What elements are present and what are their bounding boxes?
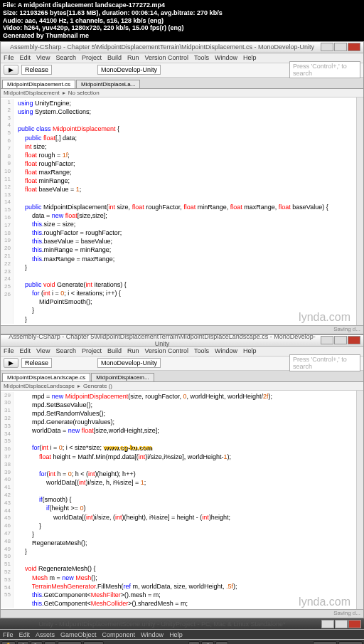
minimize-button[interactable] [321,620,334,628]
code-content-2[interactable]: mpd = new MidpointDisplacement(size, rou… [14,392,356,608]
lynda-watermark: lynda.com [299,310,350,325]
code-content-1[interactable]: using UnityEngine; using System.Collecti… [14,99,356,324]
titlebar-2[interactable]: Assembly-CSharp - Chapter 5\MidpointDisp… [1,335,363,347]
menu-search[interactable]: Search [55,54,76,61]
rotate-tool[interactable]: ↻ [31,641,43,644]
maximize-button[interactable] [334,336,347,344]
menu-file[interactable]: File [4,54,14,61]
tabbar-2: MidpointDisplaceLandscape.cs MidpointDis… [1,371,363,382]
breadcrumb-2[interactable]: MidpointDisplaceLandscape▸Generate () [1,382,363,391]
line-gutter: 2930313233343536373839404142434445464748… [1,392,14,608]
dock-right[interactable] [356,97,363,325]
local-toggle[interactable]: Local [83,641,104,644]
hand-tool[interactable]: ✋ [1,641,16,644]
maximize-button[interactable] [335,620,348,628]
toolbar-1: ▶ Release MonoDevelop-Unity Press 'Contr… [1,63,363,78]
tab-active[interactable]: MidpointDisplacement.cs [2,80,75,88]
menu-tools[interactable]: Tools [194,54,209,61]
config-dropdown[interactable]: Release [21,65,52,75]
line-gutter: 1234567891011121314151617181920212223242… [1,99,14,324]
layout-dropdown[interactable]: Layout [338,641,363,644]
move-tool[interactable]: ✥ [17,641,29,644]
menu-view[interactable]: View [36,54,50,61]
run-button[interactable]: ▶ [4,358,18,368]
menu-vc[interactable]: Version Control [144,54,188,61]
unity-titlebar[interactable]: Unity - MidpointDisplacementScene.unity … [0,618,364,630]
minimize-button[interactable] [321,336,333,344]
monodevelop-window-1: Assembly-CSharp - Chapter 5\MidpointDisp… [0,41,364,334]
menu-run[interactable]: Run [127,54,139,61]
pause-button[interactable]: ⏸ [201,641,214,644]
center-toggle[interactable]: Center [58,641,82,644]
tab-inactive[interactable]: MidpointDisplacem... [91,373,154,381]
monodevelop-window-2: Assembly-CSharp - Chapter 5\MidpointDisp… [0,334,364,619]
search-input[interactable]: Press 'Control+,' to search [289,354,360,371]
breadcrumb-1[interactable]: MidpointDisplacement▸No selection [1,89,363,97]
tabbar-1: MidpointDisplacement.cs MidpointDisplace… [1,78,363,89]
step-button[interactable]: ⏭ [215,641,228,644]
code-editor-2[interactable]: 2930313233343536373839404142434445464748… [1,391,356,610]
menu-build[interactable]: Build [107,54,122,61]
layers-dropdown[interactable]: Layers [313,641,337,644]
statusbar-1: Saving d... [1,325,363,334]
minimize-button[interactable] [321,43,333,51]
config-dropdown[interactable]: Release [21,358,52,368]
run-button[interactable]: ▶ [4,65,18,75]
code-editor-1[interactable]: 1234567891011121314151617181920212223242… [1,97,356,325]
video-metadata: File: A midpoint displacement landscape-… [0,0,364,41]
search-input[interactable]: Press 'Control+,' to search [289,61,360,78]
tab-inactive[interactable]: MidpointDisplaceLa... [76,80,140,88]
platform-dropdown[interactable]: MonoDevelop-Unity [97,358,161,368]
lynda-watermark: lynda.com [299,594,350,610]
maximize-button[interactable] [334,43,347,51]
tab-active[interactable]: MidpointDisplaceLandscape.cs [2,373,90,381]
close-button[interactable] [348,43,360,51]
scale-tool[interactable]: ⤢ [44,641,56,644]
menu-window[interactable]: Window [215,54,237,61]
dock-right[interactable] [356,391,363,610]
menu-edit[interactable]: Edit [20,54,31,61]
toolbar-2: ▶ Release MonoDevelop-Unity Press 'Contr… [1,357,363,371]
menu-help[interactable]: Help [243,54,257,61]
platform-dropdown[interactable]: MonoDevelop-Unity [97,65,161,75]
unity-toolbar: ✋ ✥ ↻ ⤢ Center Local ▶ ⏸ ⏭ Layers Layout [0,640,364,644]
close-button[interactable] [348,620,361,628]
menu-project[interactable]: Project [82,54,102,61]
statusbar-2: Saving d... [1,609,363,618]
play-button[interactable]: ▶ [188,641,200,644]
unity-menubar: File Edit Assets GameObject Component Wi… [0,630,364,640]
watermark-overlay: www.cg-ku.com [104,444,152,451]
titlebar-1[interactable]: Assembly-CSharp - Chapter 5\MidpointDisp… [1,42,363,53]
unity-window: Unity - MidpointDisplacementScene.unity … [0,618,364,644]
close-button[interactable] [348,336,360,344]
